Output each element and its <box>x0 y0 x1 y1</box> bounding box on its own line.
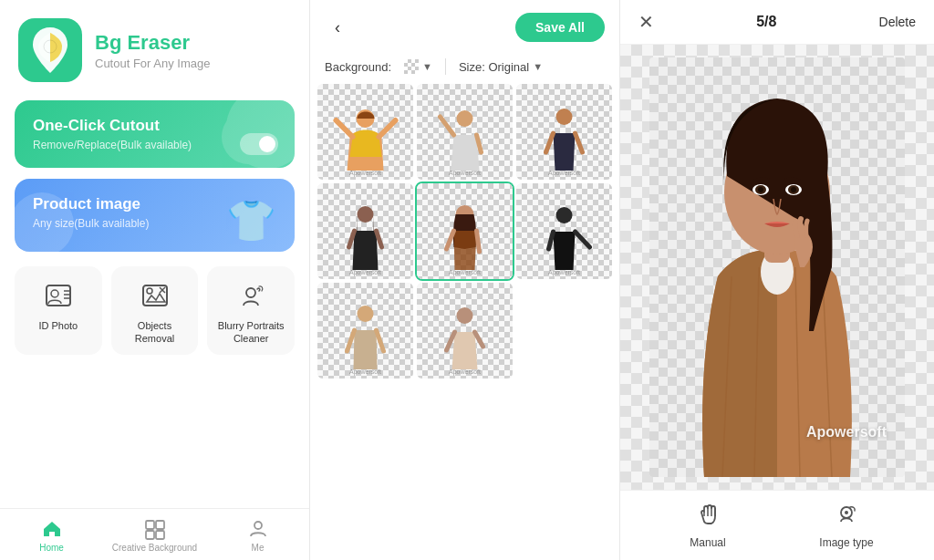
svg-point-24 <box>555 207 572 223</box>
app-logo-svg <box>29 26 71 75</box>
me-icon <box>247 518 269 540</box>
objects-removal-icon <box>139 279 171 312</box>
svg-point-10 <box>147 288 152 294</box>
product-card[interactable]: Product image Any size(Bulk available) 👕 <box>15 179 295 252</box>
nav-home[interactable]: Home <box>0 509 103 560</box>
size-label: Size: Original <box>459 60 529 74</box>
watermark-1: Apowersoft <box>349 170 381 176</box>
home-icon <box>41 518 63 540</box>
cards-area: One-Click Cutout Remove/Replace(Bulk ava… <box>0 91 309 261</box>
svg-point-13 <box>246 288 255 297</box>
save-all-button[interactable]: Save All <box>515 13 605 42</box>
delete-button[interactable]: Delete <box>879 15 916 29</box>
back-button[interactable]: ‹ <box>325 18 350 37</box>
tool-blurry-portraits[interactable]: Blurry Portraits Cleaner <box>207 266 295 355</box>
watermark-5: Apowersoft <box>449 269 481 275</box>
grid-item-4[interactable]: Apowersoft <box>317 183 413 279</box>
tshirt-icon: 👕 <box>226 197 276 244</box>
svg-rect-14 <box>146 521 154 529</box>
svg-point-2 <box>222 109 276 164</box>
watermark-6: Apowersoft <box>548 269 580 275</box>
manual-icon <box>695 502 721 533</box>
large-portrait-svg <box>659 57 896 477</box>
bottom-nav: Home Creative Background Me <box>0 508 309 560</box>
hand-icon <box>695 502 721 527</box>
watermark-7: Apowersoft <box>349 368 381 375</box>
person-svg-2 <box>426 102 503 180</box>
right-bottom-bar: Manual Image type <box>620 490 934 560</box>
person-svg-4 <box>327 202 404 279</box>
tool-objects-removal[interactable]: Objects Removal <box>111 266 199 355</box>
svg-point-45 <box>845 511 848 514</box>
svg-point-22 <box>357 206 373 223</box>
svg-point-39 <box>791 187 796 192</box>
app-icon <box>18 18 82 82</box>
grid-item-2[interactable]: Apowersoft <box>417 84 513 180</box>
grid-item-7[interactable]: Apowersoft <box>317 283 413 379</box>
main-watermark: Apowersoft <box>806 424 887 441</box>
blurry-portraits-icon <box>234 279 267 312</box>
image-type-label: Image type <box>819 536 873 549</box>
id-photo-icon <box>42 279 75 312</box>
main-image-area: Apowersoft <box>620 45 934 490</box>
svg-point-21 <box>555 109 572 125</box>
app-header: Bg Eraser Cutout For Any Image <box>0 0 309 91</box>
large-image-wrapper: Apowersoft <box>649 57 905 477</box>
size-dropdown-arrow: ▼ <box>533 61 543 72</box>
person-svg-7 <box>327 301 404 379</box>
image-type-svg <box>834 502 859 527</box>
grid-item-9 <box>516 283 612 379</box>
grid-item-3[interactable]: Apowersoft <box>516 84 612 180</box>
image-type-tool[interactable]: Image type <box>777 502 916 549</box>
middle-panel: ‹ Save All Background: ▼ Size: Original … <box>310 0 620 560</box>
svg-point-18 <box>254 522 262 529</box>
right-panel: ✕ 5/8 Delete <box>620 0 934 560</box>
person-svg-6 <box>525 202 603 279</box>
person-svg-3 <box>525 102 603 180</box>
cutout-card[interactable]: One-Click Cutout Remove/Replace(Bulk ava… <box>15 100 295 168</box>
grid-item-6[interactable]: Apowersoft <box>516 183 612 279</box>
separator <box>445 58 446 75</box>
product-card-decoration <box>15 188 78 252</box>
svg-point-5 <box>51 290 58 297</box>
manual-tool[interactable]: Manual <box>638 502 777 549</box>
person-svg-8 <box>426 301 503 379</box>
tool-blurry-portraits-label: Blurry Portraits Cleaner <box>214 319 287 346</box>
nav-me-label: Me <box>252 543 265 553</box>
middle-controls: Background: ▼ Size: Original ▼ <box>310 55 619 84</box>
dropdown-arrow: ▼ <box>422 61 432 72</box>
watermark-8: Apowersoft <box>449 368 481 375</box>
svg-point-36 <box>758 187 763 192</box>
background-label: Background: <box>325 60 391 74</box>
app-subtitle: Cutout For Any Image <box>95 57 210 70</box>
image-type-icon <box>834 502 859 533</box>
background-dropdown[interactable]: ▼ <box>404 59 432 74</box>
nav-me[interactable]: Me <box>206 509 309 560</box>
svg-point-3 <box>15 192 74 252</box>
size-dropdown[interactable]: Size: Original ▼ <box>459 60 543 74</box>
person-svg-5 <box>426 202 503 279</box>
nav-home-label: Home <box>39 543 64 553</box>
creative-bg-icon <box>144 518 166 540</box>
image-grid: Apowersoft Apowersoft <box>310 84 619 379</box>
tool-id-photo-label: ID Photo <box>38 319 78 332</box>
close-button[interactable]: ✕ <box>638 11 654 33</box>
checker-icon <box>404 59 419 74</box>
left-panel: Bg Eraser Cutout For Any Image One-Click… <box>0 0 310 560</box>
right-toolbar: ✕ 5/8 Delete <box>620 0 934 45</box>
svg-point-25 <box>357 306 373 322</box>
grid-item-1[interactable]: Apowersoft <box>317 84 413 180</box>
middle-toolbar: ‹ Save All <box>310 0 619 55</box>
tool-objects-removal-label: Objects Removal <box>119 319 192 346</box>
tool-id-photo[interactable]: ID Photo <box>15 266 102 355</box>
card-decoration <box>222 100 295 168</box>
app-title-group: Bg Eraser Cutout For Any Image <box>95 31 210 70</box>
counter: 5/8 <box>756 14 776 30</box>
svg-point-26 <box>456 307 472 324</box>
nav-creative-bg[interactable]: Creative Background <box>103 509 206 560</box>
tools-grid: ID Photo Objects Removal <box>0 261 309 360</box>
grid-item-8[interactable]: Apowersoft <box>417 283 513 379</box>
watermark-4: Apowersoft <box>349 269 381 275</box>
grid-item-5[interactable]: Apowersoft <box>417 183 513 279</box>
svg-rect-17 <box>156 531 164 539</box>
